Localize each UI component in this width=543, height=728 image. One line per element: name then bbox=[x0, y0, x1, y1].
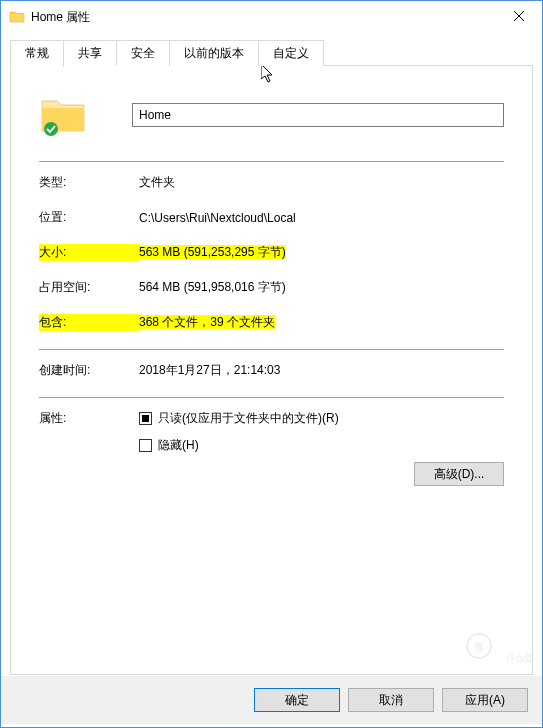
folder-icon bbox=[9, 9, 25, 25]
svg-point-0 bbox=[44, 122, 58, 136]
tab-security[interactable]: 安全 bbox=[116, 40, 170, 66]
attributes-label: 属性: bbox=[39, 410, 139, 486]
tab-panel-general: 类型: 文件夹 位置: C:\Users\Rui\Nextcloud\Local… bbox=[10, 65, 533, 675]
created-value: 2018年1月27日，21:14:03 bbox=[139, 362, 504, 379]
folder-name-input[interactable] bbox=[132, 103, 504, 127]
ok-button[interactable]: 确定 bbox=[254, 688, 340, 712]
cancel-button[interactable]: 取消 bbox=[348, 688, 434, 712]
size-value: 563 MB (591,253,295 字节) bbox=[139, 245, 286, 259]
tab-customize[interactable]: 自定义 bbox=[258, 40, 324, 66]
location-value: C:\Users\Rui\Nextcloud\Local bbox=[139, 211, 504, 225]
tab-previous-versions[interactable]: 以前的版本 bbox=[169, 40, 259, 66]
readonly-label: 只读(仅应用于文件夹中的文件)(R) bbox=[158, 410, 339, 427]
size-label: 大小: bbox=[39, 244, 139, 261]
close-button[interactable] bbox=[496, 1, 541, 30]
type-value: 文件夹 bbox=[139, 174, 504, 191]
tab-sharing[interactable]: 共享 bbox=[63, 40, 117, 66]
dialog-footer: 确定 取消 应用(A) bbox=[1, 676, 542, 724]
hidden-checkbox[interactable] bbox=[139, 439, 152, 452]
location-label: 位置: bbox=[39, 209, 139, 226]
disk-size-label: 占用空间: bbox=[39, 279, 139, 296]
hidden-label: 隐藏(H) bbox=[158, 437, 199, 454]
tab-general[interactable]: 常规 bbox=[10, 40, 64, 67]
created-label: 创建时间: bbox=[39, 362, 139, 379]
titlebar: Home 属性 bbox=[1, 1, 542, 33]
contains-value: 368 个文件，39 个文件夹 bbox=[139, 315, 275, 329]
contains-label: 包含: bbox=[39, 314, 139, 331]
tab-strip: 常规 共享 安全 以前的版本 自定义 bbox=[10, 40, 533, 66]
window-title: Home 属性 bbox=[31, 9, 496, 26]
apply-button[interactable]: 应用(A) bbox=[442, 688, 528, 712]
divider bbox=[39, 349, 504, 350]
type-label: 类型: bbox=[39, 174, 139, 191]
divider bbox=[39, 397, 504, 398]
folder-large-icon bbox=[39, 91, 87, 139]
readonly-checkbox[interactable] bbox=[139, 412, 152, 425]
advanced-button[interactable]: 高级(D)... bbox=[414, 462, 504, 486]
divider bbox=[39, 161, 504, 162]
disk-size-value: 564 MB (591,958,016 字节) bbox=[139, 279, 504, 296]
